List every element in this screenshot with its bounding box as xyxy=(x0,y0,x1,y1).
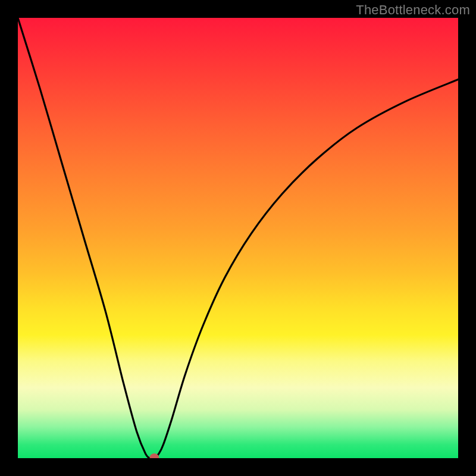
plot-area xyxy=(18,18,458,458)
bottleneck-point-marker xyxy=(18,18,458,458)
svg-point-0 xyxy=(149,453,159,458)
watermark-label: TheBottleneck.com xyxy=(356,2,470,18)
bottleneck-curve xyxy=(18,18,458,458)
chart-frame: TheBottleneck.com xyxy=(0,0,476,476)
